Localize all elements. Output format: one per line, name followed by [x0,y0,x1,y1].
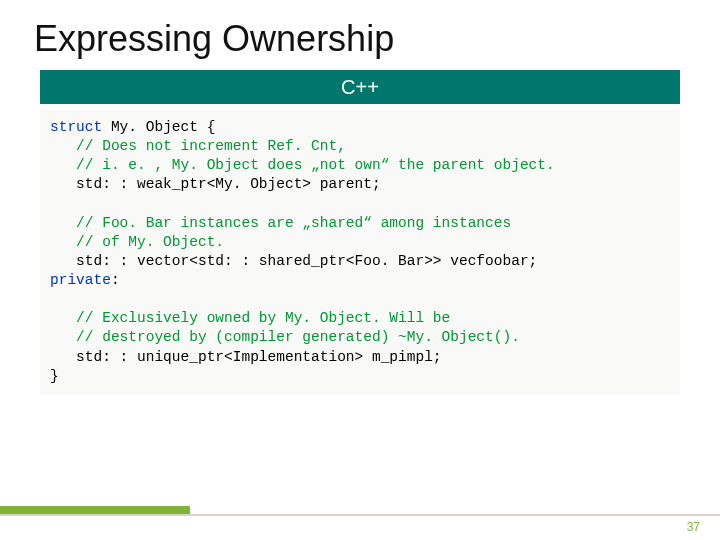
code-comment: // Does not increment Ref. Cnt, [50,138,346,154]
code-content: struct My. Object { // Does not incremen… [50,118,670,386]
code-text: : [111,272,120,288]
slide: Expressing Ownership C++ struct My. Obje… [0,0,720,540]
code-block: struct My. Object { // Does not incremen… [40,110,680,394]
code-text: std: : vector<std: : shared_ptr<Foo. Bar… [50,253,537,269]
code-keyword-struct: struct [50,119,102,135]
code-text: std: : unique_ptr<Implementation> m_pimp… [50,349,442,365]
code-comment: // i. e. , My. Object does „not own“ the… [50,157,555,173]
code-text: std: : weak_ptr<My. Object> parent; [50,176,381,192]
footer-divider [0,514,720,516]
code-text: } [50,368,59,384]
code-comment: // of My. Object. [50,234,224,250]
code-text: My. Object { [102,119,215,135]
code-comment: // Foo. Bar instances are „shared“ among… [50,215,511,231]
code-comment: // destroyed by (compiler generated) ~My… [50,329,520,345]
language-banner-label: C++ [341,76,379,99]
language-banner: C++ [40,70,680,104]
code-keyword-private: private [50,272,111,288]
footer-accent [0,506,190,514]
page-number: 37 [687,520,700,534]
code-comment: // Exclusively owned by My. Object. Will… [50,310,450,326]
footer-bar [0,506,720,514]
slide-title: Expressing Ownership [28,18,692,60]
